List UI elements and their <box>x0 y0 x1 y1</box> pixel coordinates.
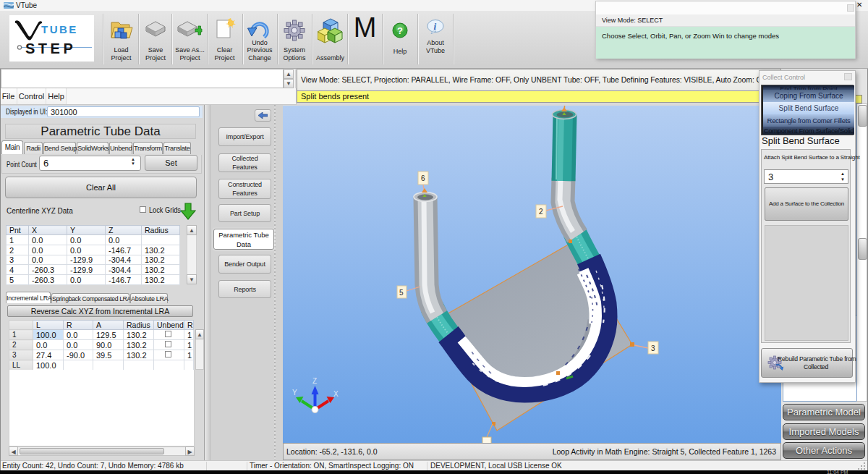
svg-text:5: 5 <box>399 289 404 297</box>
svg-text:Y: Y <box>292 389 297 397</box>
svg-text:?: ? <box>397 25 403 36</box>
svg-text:X: X <box>333 390 339 398</box>
svg-text:6: 6 <box>421 174 425 182</box>
svg-text:2: 2 <box>539 208 543 216</box>
svg-text:i: i <box>434 21 437 32</box>
svg-text:TUBE: TUBE <box>41 23 78 35</box>
svg-text:STEP: STEP <box>25 41 76 56</box>
svg-text:3: 3 <box>651 344 655 352</box>
svg-text:Z: Z <box>312 377 317 385</box>
